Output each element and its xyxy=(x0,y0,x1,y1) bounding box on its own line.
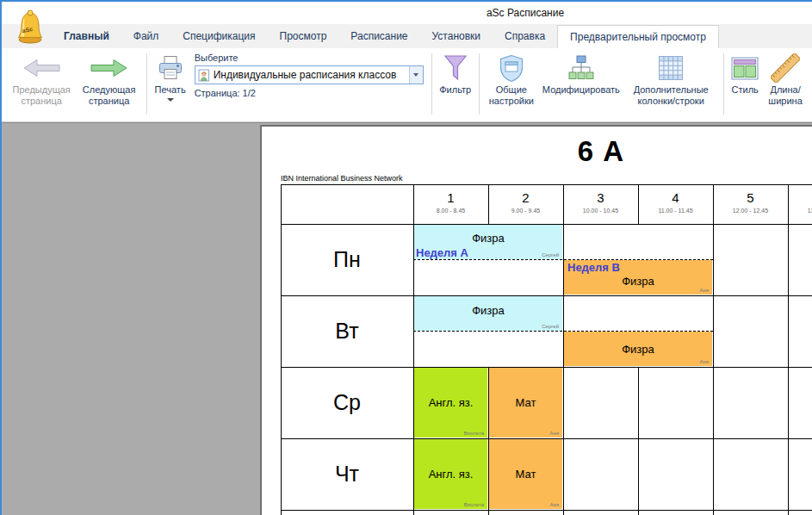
period-time: 13.00 - 13.45 xyxy=(788,208,812,214)
column-header-1: 1 8.00 - 8.45 xyxy=(413,184,488,224)
ribbon-separator xyxy=(146,53,147,115)
lesson-mon-weekB-fizra: Неделя B Физра Аня xyxy=(564,260,712,295)
combobox-dropdown-button[interactable] xyxy=(409,66,423,84)
next-page-arrow-icon xyxy=(90,52,128,84)
lesson-thu-english: Англ. яз. Виолета xyxy=(414,439,487,509)
lesson-subject: Физра xyxy=(564,343,712,356)
lesson-subject: Англ. яз. xyxy=(414,468,487,481)
filter-label: Фильтр xyxy=(439,84,471,96)
week-a-label: Неделя A xyxy=(416,246,468,259)
modify-label: Модифицировать xyxy=(542,84,620,96)
lesson-wed-math: Мат Аня xyxy=(489,368,562,437)
previous-page-label: Предыдущая страница xyxy=(10,84,72,107)
period-time: 12.00 - 12.45 xyxy=(713,208,788,214)
app-window: aSc Расписание aSc Главный Файл Специфик… xyxy=(0,0,812,515)
grid-table-icon xyxy=(658,52,684,84)
extra-columns-rows-button[interactable]: Дополнительные колонки/строки xyxy=(623,50,719,120)
lesson-mon-weekA-fizra: Физра Сергей Неделя A xyxy=(414,225,562,259)
preview-page: 6 А IBN International Business Network xyxy=(260,125,812,515)
period-number: 5 xyxy=(713,190,788,205)
lesson-tue-weekA-fizra: Физра Сергей xyxy=(414,296,562,331)
menu-tab-raspisanie[interactable]: Расписание xyxy=(338,24,419,48)
menu-bar: Главный Файл Спецификация Просмотр Распи… xyxy=(2,24,812,48)
printer-icon xyxy=(157,52,184,84)
ruler-icon xyxy=(771,52,800,84)
lesson-teacher: Аня xyxy=(549,431,559,436)
extra-columns-rows-label: Дополнительные колонки/строки xyxy=(627,84,716,107)
day-label-thu: Чт xyxy=(281,438,413,510)
column-header-6: 6 13.00 - 13.45 xyxy=(788,184,812,224)
ribbon-separator xyxy=(723,53,724,115)
menu-tab-fayl[interactable]: Файл xyxy=(121,24,171,48)
menu-tab-preview-active[interactable]: Предварительный просмотр xyxy=(557,25,719,48)
menu-tab-spravka[interactable]: Справка xyxy=(493,24,557,48)
day-label-wed: Ср xyxy=(281,367,413,438)
lesson-subject: Физра xyxy=(414,232,562,245)
print-button[interactable]: Печать xyxy=(152,50,189,120)
lesson-subject: Физра xyxy=(414,304,562,317)
preview-workspace: 6 А IBN International Business Network xyxy=(2,122,812,515)
funnel-icon xyxy=(443,52,468,84)
next-page-button[interactable]: Следующая страница xyxy=(76,50,142,120)
select-caption: Выберите xyxy=(195,53,424,63)
app-bell-icon[interactable]: aSc xyxy=(15,9,45,45)
app-title: aSc Расписание xyxy=(487,7,564,19)
lesson-teacher: Сергей xyxy=(542,324,559,329)
lesson-tue-weekB-fizra: Физра Аня xyxy=(564,332,712,366)
column-header-4: 4 11.00 - 11.45 xyxy=(638,184,713,224)
print-dropdown-caret-icon xyxy=(167,98,174,102)
lesson-subject: Мат xyxy=(489,396,562,409)
lesson-teacher: Виолета xyxy=(464,502,484,507)
page-indicator: Страница: 1/2 xyxy=(195,88,424,98)
class-title: 6 А xyxy=(262,135,812,168)
period-time: 9.00 - 9.45 xyxy=(488,208,563,214)
timetable-grid: 1 8.00 - 8.45 2 9.00 - 9.45 3 10.00 - 10… xyxy=(281,184,812,515)
lesson-teacher: Виолета xyxy=(464,431,484,436)
column-header-3: 3 10.00 - 10.45 xyxy=(563,184,638,224)
ribbon-separator xyxy=(431,53,432,115)
lesson-subject: Англ. яз. xyxy=(414,396,487,409)
period-time: 10.00 - 10.45 xyxy=(563,208,638,214)
ribbon-toolbar: Предыдущая страница Следующая страница xyxy=(2,48,812,122)
menu-tab-prosmotr[interactable]: Просмотр xyxy=(268,24,339,48)
report-type-value: Индивидуальные расписания классов xyxy=(214,69,409,81)
menu-tab-spetsifikatsiya[interactable]: Спецификация xyxy=(170,24,267,48)
grid-line xyxy=(638,367,639,515)
style-window-icon xyxy=(731,52,759,84)
previous-page-button[interactable]: Предыдущая страница xyxy=(7,50,76,120)
lesson-subject: Мат xyxy=(489,468,562,481)
print-label: Печать xyxy=(155,84,186,96)
lesson-thu-math: Мат Аня xyxy=(489,439,562,509)
day-label-mon: Пн xyxy=(281,224,413,295)
period-time: 8.00 - 8.45 xyxy=(413,208,488,214)
day-label-tue: Вт xyxy=(281,295,413,367)
general-settings-label: Общие настройки xyxy=(487,84,536,107)
length-width-label: Длина/ширина xyxy=(766,84,805,107)
menu-tab-ustanovki[interactable]: Установки xyxy=(420,24,493,48)
length-width-button[interactable]: Длина/ширина xyxy=(762,50,809,120)
previous-page-arrow-icon xyxy=(22,52,60,84)
report-type-combobox[interactable]: Индивидуальные расписания классов xyxy=(195,65,424,84)
week-b-label: Неделя B xyxy=(567,261,620,274)
shield-settings-icon xyxy=(499,52,524,84)
period-time: 11.00 - 11.45 xyxy=(638,208,713,214)
period-number: 6 xyxy=(788,190,812,205)
report-select-group: Выберите Индивидуальные расписания класс… xyxy=(189,50,427,120)
grid-line xyxy=(281,510,812,511)
lesson-teacher: Аня xyxy=(699,359,709,364)
style-label: Стиль xyxy=(732,84,759,96)
modify-button[interactable]: Модифицировать xyxy=(539,50,623,120)
menu-tab-glavnyy[interactable]: Главный xyxy=(52,24,121,48)
period-number: 1 xyxy=(413,190,488,205)
title-bar: aSc Расписание xyxy=(2,2,812,24)
next-page-label: Следующая страница xyxy=(79,84,139,107)
lesson-teacher: Аня xyxy=(549,502,559,507)
general-settings-button[interactable]: Общие настройки xyxy=(484,50,539,120)
filter-button[interactable]: Фильтр xyxy=(436,50,474,120)
ribbon-separator xyxy=(479,53,480,115)
period-number: 3 xyxy=(563,190,638,205)
period-number: 2 xyxy=(488,190,563,205)
column-header-2: 2 9.00 - 9.45 xyxy=(488,184,563,224)
style-button[interactable]: Стиль xyxy=(728,50,762,120)
grid-line xyxy=(713,184,714,515)
